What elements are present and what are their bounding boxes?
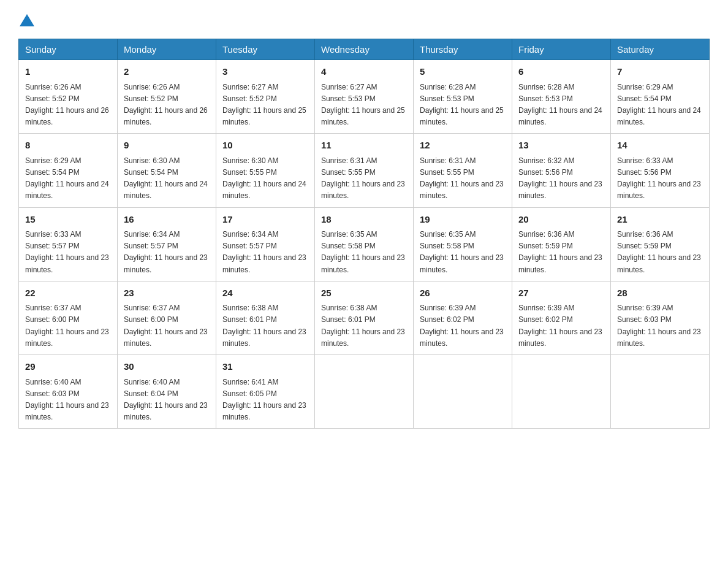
day-number: 21 xyxy=(617,213,703,227)
calendar-cell: 13 Sunrise: 6:32 AMSunset: 5:56 PMDaylig… xyxy=(512,134,611,207)
calendar-cell: 14 Sunrise: 6:33 AMSunset: 5:56 PMDaylig… xyxy=(611,134,710,207)
day-number: 23 xyxy=(124,286,210,301)
calendar-cell: 18 Sunrise: 6:35 AMSunset: 5:58 PMDaylig… xyxy=(315,207,414,281)
calendar-cell xyxy=(611,355,710,429)
calendar-cell: 29 Sunrise: 6:40 AMSunset: 6:03 PMDaylig… xyxy=(19,355,118,429)
day-number: 16 xyxy=(124,213,210,227)
day-info: Sunrise: 6:26 AMSunset: 5:52 PMDaylight:… xyxy=(124,83,208,127)
day-number: 9 xyxy=(124,139,210,153)
calendar-cell: 3 Sunrise: 6:27 AMSunset: 5:52 PMDayligh… xyxy=(216,60,315,134)
calendar-cell xyxy=(315,355,414,429)
day-info: Sunrise: 6:28 AMSunset: 5:53 PMDaylight:… xyxy=(518,83,602,127)
day-info: Sunrise: 6:40 AMSunset: 6:03 PMDaylight:… xyxy=(25,378,109,422)
calendar-week-row: 15 Sunrise: 6:33 AMSunset: 5:57 PMDaylig… xyxy=(19,207,710,281)
column-header-wednesday: Wednesday xyxy=(315,39,414,60)
calendar-cell: 23 Sunrise: 6:37 AMSunset: 6:00 PMDaylig… xyxy=(118,281,216,354)
calendar-cell: 4 Sunrise: 6:27 AMSunset: 5:53 PMDayligh… xyxy=(315,60,414,134)
day-info: Sunrise: 6:27 AMSunset: 5:53 PMDaylight:… xyxy=(321,83,405,127)
column-header-friday: Friday xyxy=(512,39,611,60)
day-info: Sunrise: 6:33 AMSunset: 5:57 PMDaylight:… xyxy=(25,230,109,274)
page-header xyxy=(18,12,710,28)
logo-triangle-icon xyxy=(20,14,34,26)
day-info: Sunrise: 6:37 AMSunset: 6:00 PMDaylight:… xyxy=(124,304,208,348)
day-number: 20 xyxy=(518,213,604,227)
day-info: Sunrise: 6:26 AMSunset: 5:52 PMDaylight:… xyxy=(25,83,109,127)
calendar-cell: 12 Sunrise: 6:31 AMSunset: 5:55 PMDaylig… xyxy=(414,134,512,207)
logo xyxy=(18,15,38,28)
day-number: 27 xyxy=(518,286,604,301)
day-info: Sunrise: 6:31 AMSunset: 5:55 PMDaylight:… xyxy=(321,156,405,201)
day-info: Sunrise: 6:34 AMSunset: 5:57 PMDaylight:… xyxy=(124,230,208,274)
day-info: Sunrise: 6:30 AMSunset: 5:55 PMDaylight:… xyxy=(222,156,306,201)
day-info: Sunrise: 6:33 AMSunset: 5:56 PMDaylight:… xyxy=(617,156,701,201)
column-header-sunday: Sunday xyxy=(19,39,118,60)
day-number: 22 xyxy=(25,286,111,301)
day-number: 7 xyxy=(617,65,703,79)
day-number: 29 xyxy=(25,360,111,374)
day-number: 6 xyxy=(518,65,604,79)
day-info: Sunrise: 6:40 AMSunset: 6:04 PMDaylight:… xyxy=(124,378,208,422)
calendar-cell: 21 Sunrise: 6:36 AMSunset: 5:59 PMDaylig… xyxy=(611,207,710,281)
calendar-cell: 17 Sunrise: 6:34 AMSunset: 5:57 PMDaylig… xyxy=(216,207,315,281)
day-number: 15 xyxy=(25,213,111,227)
calendar-week-row: 1 Sunrise: 6:26 AMSunset: 5:52 PMDayligh… xyxy=(19,60,710,134)
day-info: Sunrise: 6:41 AMSunset: 6:05 PMDaylight:… xyxy=(222,378,306,422)
calendar-cell: 22 Sunrise: 6:37 AMSunset: 6:00 PMDaylig… xyxy=(19,281,118,354)
calendar-cell: 9 Sunrise: 6:30 AMSunset: 5:54 PMDayligh… xyxy=(118,134,216,207)
day-number: 30 xyxy=(124,360,210,374)
calendar-cell: 16 Sunrise: 6:34 AMSunset: 5:57 PMDaylig… xyxy=(118,207,216,281)
day-info: Sunrise: 6:29 AMSunset: 5:54 PMDaylight:… xyxy=(617,83,701,127)
day-number: 17 xyxy=(222,213,308,227)
calendar-table: SundayMondayTuesdayWednesdayThursdayFrid… xyxy=(18,39,710,429)
day-number: 8 xyxy=(25,139,111,153)
calendar-cell xyxy=(414,355,512,429)
column-header-thursday: Thursday xyxy=(414,39,512,60)
day-number: 31 xyxy=(222,360,308,374)
calendar-cell: 8 Sunrise: 6:29 AMSunset: 5:54 PMDayligh… xyxy=(19,134,118,207)
calendar-cell xyxy=(512,355,611,429)
day-info: Sunrise: 6:31 AMSunset: 5:55 PMDaylight:… xyxy=(420,156,504,201)
day-number: 24 xyxy=(222,286,308,301)
calendar-cell: 15 Sunrise: 6:33 AMSunset: 5:57 PMDaylig… xyxy=(19,207,118,281)
calendar-cell: 20 Sunrise: 6:36 AMSunset: 5:59 PMDaylig… xyxy=(512,207,611,281)
day-info: Sunrise: 6:36 AMSunset: 5:59 PMDaylight:… xyxy=(617,230,701,274)
calendar-header-row: SundayMondayTuesdayWednesdayThursdayFrid… xyxy=(19,39,710,60)
day-number: 12 xyxy=(420,139,506,153)
day-number: 5 xyxy=(420,65,506,79)
column-header-monday: Monday xyxy=(118,39,216,60)
day-info: Sunrise: 6:38 AMSunset: 6:01 PMDaylight:… xyxy=(222,304,306,348)
day-info: Sunrise: 6:30 AMSunset: 5:54 PMDaylight:… xyxy=(124,156,208,201)
calendar-cell: 24 Sunrise: 6:38 AMSunset: 6:01 PMDaylig… xyxy=(216,281,315,354)
day-info: Sunrise: 6:27 AMSunset: 5:52 PMDaylight:… xyxy=(222,83,306,127)
day-info: Sunrise: 6:28 AMSunset: 5:53 PMDaylight:… xyxy=(420,83,504,127)
day-info: Sunrise: 6:32 AMSunset: 5:56 PMDaylight:… xyxy=(518,156,602,201)
day-info: Sunrise: 6:36 AMSunset: 5:59 PMDaylight:… xyxy=(518,230,602,274)
day-number: 19 xyxy=(420,213,506,227)
day-info: Sunrise: 6:39 AMSunset: 6:03 PMDaylight:… xyxy=(617,304,701,348)
calendar-week-row: 29 Sunrise: 6:40 AMSunset: 6:03 PMDaylig… xyxy=(19,355,710,429)
calendar-week-row: 8 Sunrise: 6:29 AMSunset: 5:54 PMDayligh… xyxy=(19,134,710,207)
calendar-cell: 19 Sunrise: 6:35 AMSunset: 5:58 PMDaylig… xyxy=(414,207,512,281)
day-number: 3 xyxy=(222,65,308,79)
day-info: Sunrise: 6:37 AMSunset: 6:00 PMDaylight:… xyxy=(25,304,109,348)
day-number: 10 xyxy=(222,139,308,153)
day-number: 26 xyxy=(420,286,506,301)
day-number: 14 xyxy=(617,139,703,153)
calendar-cell: 11 Sunrise: 6:31 AMSunset: 5:55 PMDaylig… xyxy=(315,134,414,207)
calendar-cell: 30 Sunrise: 6:40 AMSunset: 6:04 PMDaylig… xyxy=(118,355,216,429)
calendar-cell: 5 Sunrise: 6:28 AMSunset: 5:53 PMDayligh… xyxy=(414,60,512,134)
calendar-cell: 7 Sunrise: 6:29 AMSunset: 5:54 PMDayligh… xyxy=(611,60,710,134)
column-header-tuesday: Tuesday xyxy=(216,39,315,60)
day-number: 18 xyxy=(321,213,407,227)
calendar-cell: 27 Sunrise: 6:39 AMSunset: 6:02 PMDaylig… xyxy=(512,281,611,354)
calendar-week-row: 22 Sunrise: 6:37 AMSunset: 6:00 PMDaylig… xyxy=(19,281,710,354)
day-number: 25 xyxy=(321,286,407,301)
calendar-cell: 25 Sunrise: 6:38 AMSunset: 6:01 PMDaylig… xyxy=(315,281,414,354)
day-number: 4 xyxy=(321,65,407,79)
day-info: Sunrise: 6:35 AMSunset: 5:58 PMDaylight:… xyxy=(420,230,504,274)
calendar-cell: 1 Sunrise: 6:26 AMSunset: 5:52 PMDayligh… xyxy=(19,60,118,134)
calendar-cell: 6 Sunrise: 6:28 AMSunset: 5:53 PMDayligh… xyxy=(512,60,611,134)
calendar-cell: 28 Sunrise: 6:39 AMSunset: 6:03 PMDaylig… xyxy=(611,281,710,354)
day-info: Sunrise: 6:34 AMSunset: 5:57 PMDaylight:… xyxy=(222,230,306,274)
day-info: Sunrise: 6:39 AMSunset: 6:02 PMDaylight:… xyxy=(420,304,504,348)
